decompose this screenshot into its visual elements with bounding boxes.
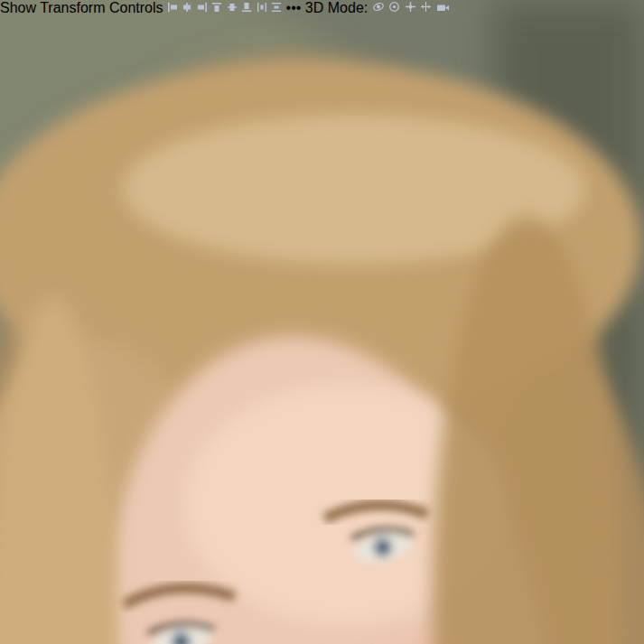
canvas-portrait-photo[interactable]: US TE G <box>0 0 644 644</box>
align-left-edges-icon[interactable] <box>167 2 178 13</box>
roll-3d-icon[interactable] <box>388 1 400 13</box>
orbit-3d-icon[interactable] <box>372 1 385 13</box>
pan-3d-icon[interactable] <box>405 1 416 13</box>
distribute-horizontally-icon[interactable] <box>257 2 267 13</box>
3d-mode-label: 3D Mode: <box>305 0 368 15</box>
zoom-3d-icon[interactable] <box>436 3 450 13</box>
align-bottom-edges-icon[interactable] <box>241 2 252 13</box>
monitor-screen-photo: US TE G GOT Show Transform Controls ••• … <box>0 0 644 644</box>
align-right-edges-icon[interactable] <box>197 2 208 13</box>
slide-3d-icon[interactable] <box>420 1 432 13</box>
align-horizontal-centers-icon[interactable] <box>182 2 192 13</box>
3d-mode-buttons <box>372 0 450 15</box>
align-vertical-centers-icon[interactable] <box>227 2 238 13</box>
align-top-edges-icon[interactable] <box>211 2 222 13</box>
photoshop-options-bar: Show Transform Controls ••• 3D Mode: <box>0 0 644 20</box>
transform-controls-label: Show Transform Controls <box>0 0 163 15</box>
portrait-illustration: US TE G <box>0 0 644 644</box>
more-options-icon[interactable]: ••• <box>286 0 302 15</box>
distribute-vertically-icon[interactable] <box>271 2 282 13</box>
align-buttons <box>167 0 286 15</box>
